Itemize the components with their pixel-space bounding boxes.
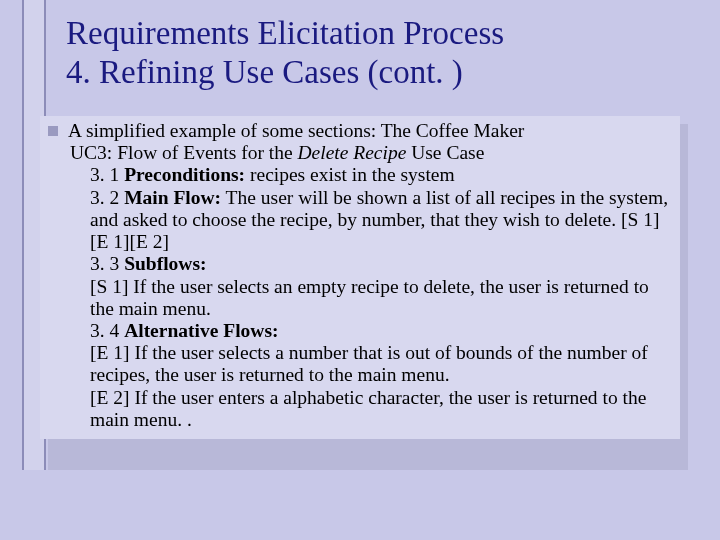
pre-text: recipes exist in the system — [245, 164, 455, 185]
subflow-s1: [S 1] If the user selects an empty recip… — [90, 276, 674, 320]
uc-after: Use Case — [406, 142, 484, 163]
title-line-2: 4. Refining Use Cases (cont. ) — [66, 54, 463, 90]
title-line-1: Requirements Elicitation Process — [66, 15, 504, 51]
uc-italic: Delete Recipe — [298, 142, 407, 163]
content-box: A simplified example of some sections: T… — [40, 116, 680, 439]
usecase-heading: UC3: Flow of Events for the Delete Recip… — [70, 142, 674, 164]
preconditions-line: 3. 1 Preconditions: recipes exist in the… — [90, 164, 674, 186]
slide: Requirements Elicitation Process 4. Refi… — [0, 0, 720, 540]
mainflow-block: 3. 2 Main Flow: The user will be shown a… — [90, 187, 674, 254]
main-num: 3. 2 — [90, 187, 124, 208]
alt-label: Alternative Flows: — [124, 320, 278, 341]
bullet-icon — [48, 126, 58, 136]
intro-text: A simplified example of some sections: T… — [68, 120, 524, 141]
slide-title: Requirements Elicitation Process 4. Refi… — [66, 14, 504, 92]
alt-num: 3. 4 — [90, 320, 124, 341]
pre-num: 3. 1 — [90, 164, 124, 185]
altflow-e1: [E 1] If the user selects a number that … — [90, 342, 674, 386]
subflows-heading: 3. 3 Subflows: — [90, 253, 674, 275]
sub-num: 3. 3 — [90, 253, 124, 274]
body-area: A simplified example of some sections: T… — [40, 116, 702, 439]
intro-line: A simplified example of some sections: T… — [46, 120, 674, 142]
uc-rest: Flow of Events for the — [112, 142, 297, 163]
altflows-heading: 3. 4 Alternative Flows: — [90, 320, 674, 342]
main-label: Main Flow: — [124, 187, 221, 208]
altflow-e2: [E 2] If the user enters a alphabetic ch… — [90, 387, 674, 431]
sub-label: Subflows: — [124, 253, 206, 274]
uc-prefix: UC3: — [70, 142, 112, 163]
pre-label: Preconditions: — [124, 164, 245, 185]
